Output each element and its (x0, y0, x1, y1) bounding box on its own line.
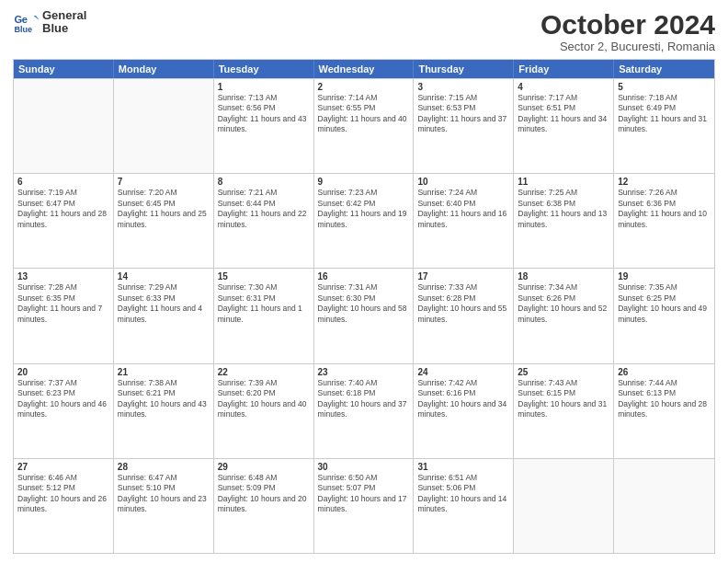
calendar-day-7: 7Sunrise: 7:20 AM Sunset: 6:45 PM Daylig… (114, 174, 214, 268)
day-number: 29 (218, 462, 310, 472)
calendar-day-12: 12Sunrise: 7:26 AM Sunset: 6:36 PM Dayli… (614, 174, 714, 268)
day-number: 20 (17, 367, 109, 377)
day-info: Sunrise: 7:34 AM Sunset: 6:26 PM Dayligh… (518, 282, 609, 325)
calendar-day-31: 31Sunrise: 6:51 AM Sunset: 5:06 PM Dayli… (414, 459, 514, 553)
calendar-day-26: 26Sunrise: 7:44 AM Sunset: 6:13 PM Dayli… (614, 364, 714, 458)
day-number: 30 (318, 462, 410, 472)
day-number: 4 (518, 82, 609, 92)
day-info: Sunrise: 6:47 AM Sunset: 5:10 PM Dayligh… (118, 473, 210, 515)
day-info: Sunrise: 7:37 AM Sunset: 6:23 PM Dayligh… (17, 378, 109, 420)
calendar-day-29: 29Sunrise: 6:48 AM Sunset: 5:09 PM Dayli… (214, 459, 314, 553)
location-subtitle: Sector 2, Bucuresti, Romania (540, 40, 715, 53)
day-number: 11 (518, 177, 609, 187)
logo-line2: Blue (42, 22, 86, 35)
day-info: Sunrise: 7:26 AM Sunset: 6:36 PM Dayligh… (618, 188, 711, 230)
calendar-day-8: 8Sunrise: 7:21 AM Sunset: 6:44 PM Daylig… (214, 174, 314, 268)
calendar-day-25: 25Sunrise: 7:43 AM Sunset: 6:15 PM Dayli… (514, 364, 614, 458)
svg-text:Blue: Blue (14, 25, 32, 34)
header-day-wednesday: Wednesday (314, 60, 415, 78)
calendar-day-13: 13Sunrise: 7:28 AM Sunset: 6:35 PM Dayli… (14, 269, 114, 362)
day-info: Sunrise: 7:44 AM Sunset: 6:13 PM Dayligh… (618, 378, 711, 420)
day-number: 23 (318, 367, 410, 377)
day-number: 12 (618, 177, 711, 187)
calendar-day-5: 5Sunrise: 7:18 AM Sunset: 6:49 PM Daylig… (614, 79, 714, 173)
day-info: Sunrise: 7:29 AM Sunset: 6:33 PM Dayligh… (118, 282, 210, 325)
day-number: 21 (118, 367, 210, 377)
day-number: 6 (17, 177, 109, 187)
logo-line1: General (42, 9, 86, 22)
calendar-empty-cell (614, 459, 714, 553)
day-info: Sunrise: 7:21 AM Sunset: 6:44 PM Dayligh… (218, 188, 310, 230)
day-info: Sunrise: 7:20 AM Sunset: 6:45 PM Dayligh… (118, 188, 210, 230)
day-info: Sunrise: 7:28 AM Sunset: 6:35 PM Dayligh… (17, 282, 109, 325)
day-number: 15 (218, 271, 310, 282)
calendar-day-6: 6Sunrise: 7:19 AM Sunset: 6:47 PM Daylig… (14, 174, 114, 268)
calendar-week-4: 20Sunrise: 7:37 AM Sunset: 6:23 PM Dayli… (14, 363, 714, 458)
header: G e Blue General Blue October 2024 Secto… (13, 9, 715, 53)
calendar-week-1: 1Sunrise: 7:13 AM Sunset: 6:56 PM Daylig… (14, 78, 714, 173)
day-info: Sunrise: 7:31 AM Sunset: 6:30 PM Dayligh… (318, 282, 410, 325)
header-day-tuesday: Tuesday (214, 60, 314, 78)
svg-text:G: G (14, 15, 22, 26)
svg-text:e: e (22, 15, 28, 26)
calendar-day-23: 23Sunrise: 7:40 AM Sunset: 6:18 PM Dayli… (314, 364, 415, 458)
day-number: 3 (417, 82, 509, 92)
calendar-header-row: SundayMondayTuesdayWednesdayThursdayFrid… (14, 60, 714, 78)
day-info: Sunrise: 7:42 AM Sunset: 6:16 PM Dayligh… (417, 378, 509, 420)
calendar-day-10: 10Sunrise: 7:24 AM Sunset: 6:40 PM Dayli… (414, 174, 514, 268)
calendar-day-18: 18Sunrise: 7:34 AM Sunset: 6:26 PM Dayli… (514, 269, 614, 362)
day-number: 1 (218, 82, 310, 92)
header-day-friday: Friday (514, 60, 614, 78)
day-number: 28 (118, 462, 210, 472)
calendar-day-11: 11Sunrise: 7:25 AM Sunset: 6:38 PM Dayli… (514, 174, 614, 268)
day-number: 9 (318, 177, 410, 187)
day-info: Sunrise: 7:43 AM Sunset: 6:15 PM Dayligh… (518, 378, 609, 420)
day-number: 25 (518, 367, 609, 377)
calendar-day-1: 1Sunrise: 7:13 AM Sunset: 6:56 PM Daylig… (214, 79, 314, 173)
calendar-day-19: 19Sunrise: 7:35 AM Sunset: 6:25 PM Dayli… (614, 269, 714, 362)
day-number: 31 (417, 462, 509, 472)
day-info: Sunrise: 7:35 AM Sunset: 6:25 PM Dayligh… (618, 282, 711, 325)
title-block: October 2024 Sector 2, Bucuresti, Romani… (540, 9, 715, 53)
day-info: Sunrise: 6:48 AM Sunset: 5:09 PM Dayligh… (218, 473, 310, 515)
day-number: 14 (118, 271, 210, 282)
calendar-body: 1Sunrise: 7:13 AM Sunset: 6:56 PM Daylig… (14, 78, 714, 553)
day-info: Sunrise: 6:50 AM Sunset: 5:07 PM Dayligh… (318, 473, 410, 515)
header-day-monday: Monday (114, 60, 214, 78)
calendar-day-21: 21Sunrise: 7:38 AM Sunset: 6:21 PM Dayli… (114, 364, 214, 458)
calendar-empty-cell (114, 79, 214, 173)
calendar-week-2: 6Sunrise: 7:19 AM Sunset: 6:47 PM Daylig… (14, 173, 714, 268)
header-day-sunday: Sunday (14, 60, 114, 78)
day-info: Sunrise: 7:38 AM Sunset: 6:21 PM Dayligh… (118, 378, 210, 420)
day-number: 8 (218, 177, 310, 187)
calendar-day-27: 27Sunrise: 6:46 AM Sunset: 5:12 PM Dayli… (14, 459, 114, 553)
calendar: SundayMondayTuesdayWednesdayThursdayFrid… (13, 59, 715, 554)
calendar-day-17: 17Sunrise: 7:33 AM Sunset: 6:28 PM Dayli… (414, 269, 514, 362)
day-number: 7 (118, 177, 210, 187)
day-info: Sunrise: 7:23 AM Sunset: 6:42 PM Dayligh… (318, 188, 410, 230)
logo-icon: G e Blue (13, 9, 39, 35)
day-info: Sunrise: 7:15 AM Sunset: 6:53 PM Dayligh… (417, 93, 509, 135)
day-info: Sunrise: 7:13 AM Sunset: 6:56 PM Dayligh… (218, 93, 310, 135)
day-number: 18 (518, 271, 609, 282)
calendar-empty-cell (514, 459, 614, 553)
day-number: 5 (618, 82, 711, 92)
calendar-week-5: 27Sunrise: 6:46 AM Sunset: 5:12 PM Dayli… (14, 458, 714, 553)
calendar-day-24: 24Sunrise: 7:42 AM Sunset: 6:16 PM Dayli… (414, 364, 514, 458)
day-number: 19 (618, 271, 711, 282)
day-number: 2 (318, 82, 410, 92)
day-info: Sunrise: 7:25 AM Sunset: 6:38 PM Dayligh… (518, 188, 609, 230)
day-info: Sunrise: 7:18 AM Sunset: 6:49 PM Dayligh… (618, 93, 711, 135)
calendar-day-20: 20Sunrise: 7:37 AM Sunset: 6:23 PM Dayli… (14, 364, 114, 458)
logo: G e Blue General Blue (13, 9, 86, 36)
calendar-day-15: 15Sunrise: 7:30 AM Sunset: 6:31 PM Dayli… (214, 269, 314, 362)
day-info: Sunrise: 7:40 AM Sunset: 6:18 PM Dayligh… (318, 378, 410, 420)
svg-marker-2 (33, 16, 39, 21)
calendar-day-2: 2Sunrise: 7:14 AM Sunset: 6:55 PM Daylig… (314, 79, 415, 173)
day-number: 26 (618, 367, 711, 377)
calendar-day-3: 3Sunrise: 7:15 AM Sunset: 6:53 PM Daylig… (414, 79, 514, 173)
calendar-day-30: 30Sunrise: 6:50 AM Sunset: 5:07 PM Dayli… (314, 459, 415, 553)
calendar-day-22: 22Sunrise: 7:39 AM Sunset: 6:20 PM Dayli… (214, 364, 314, 458)
calendar-day-9: 9Sunrise: 7:23 AM Sunset: 6:42 PM Daylig… (314, 174, 415, 268)
header-day-thursday: Thursday (414, 60, 514, 78)
